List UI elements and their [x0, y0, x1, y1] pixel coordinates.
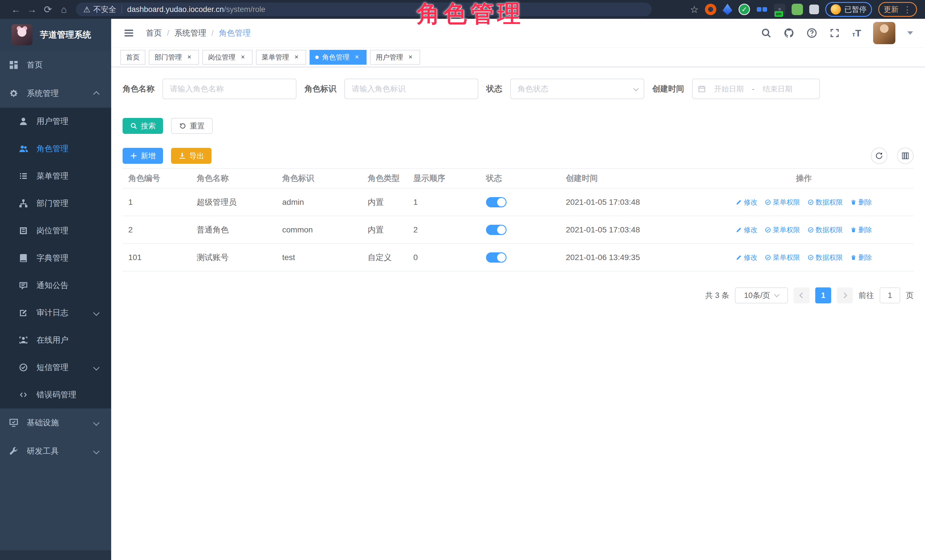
- sidebar-menu: 首页 系统管理 用户管理 角色管理 菜单管理: [0, 51, 111, 550]
- status-toggle[interactable]: [486, 225, 506, 235]
- extension-icon[interactable]: [723, 4, 732, 15]
- edit-action[interactable]: 修改: [736, 225, 758, 234]
- sidebar-item-infrastructure[interactable]: 基础设施: [0, 408, 111, 437]
- fullscreen-icon[interactable]: [829, 28, 840, 39]
- caret-down-icon[interactable]: [907, 32, 913, 35]
- close-icon[interactable]: [292, 53, 300, 61]
- add-button[interactable]: 新增: [123, 148, 163, 164]
- hamburger-icon[interactable]: [123, 27, 134, 39]
- sidebar-item-label: 菜单管理: [36, 171, 68, 182]
- tag-tab-departments[interactable]: 部门管理: [149, 50, 199, 65]
- tag-tab-posts[interactable]: 岗位管理: [202, 50, 253, 65]
- sidebar-item-dev-tools[interactable]: 研发工具: [0, 437, 111, 465]
- menu-permission-action[interactable]: 菜单权限: [765, 198, 800, 207]
- data-permission-action[interactable]: 数据权限: [807, 253, 843, 262]
- github-icon[interactable]: [783, 28, 794, 39]
- data-permission-action[interactable]: 数据权限: [807, 225, 843, 234]
- tag-tab-home[interactable]: 首页: [120, 50, 145, 65]
- delete-action[interactable]: 删除: [850, 225, 872, 234]
- sidebar-item-menus[interactable]: 菜单管理: [0, 162, 111, 190]
- edit-action[interactable]: 修改: [736, 253, 758, 262]
- search-button[interactable]: 搜索: [123, 118, 163, 134]
- browser-update-button[interactable]: 更新 ⋮: [878, 2, 917, 17]
- tag-tab-roles-active[interactable]: 角色管理: [310, 50, 366, 65]
- menu-permission-action[interactable]: 菜单权限: [765, 225, 800, 234]
- sidebar-item-error-codes[interactable]: 错误码管理: [0, 381, 111, 408]
- font-size-icon[interactable]: [852, 28, 861, 39]
- status-toggle[interactable]: [486, 252, 506, 263]
- user-avatar[interactable]: [873, 22, 895, 44]
- close-icon[interactable]: [407, 53, 414, 61]
- tag-tab-menus[interactable]: 菜单管理: [256, 50, 306, 65]
- refresh-button[interactable]: [871, 147, 887, 164]
- prev-page-button[interactable]: [794, 287, 809, 303]
- search-button-row: 搜索 重置: [123, 118, 914, 134]
- status-select[interactable]: [510, 79, 644, 99]
- active-dot: [315, 56, 319, 59]
- start-date-input[interactable]: [708, 85, 750, 93]
- bookmark-star-icon[interactable]: ☆: [690, 4, 699, 15]
- breadcrumb: 首页 / 系统管理 / 角色管理: [146, 28, 251, 39]
- sidebar-item-sms[interactable]: 短信管理: [0, 354, 111, 381]
- browser-home-icon[interactable]: ⌂: [56, 4, 72, 15]
- role-name-input[interactable]: [163, 79, 297, 99]
- column-settings-button[interactable]: [897, 147, 914, 164]
- edit-action[interactable]: 修改: [736, 198, 758, 207]
- sidebar-item-departments[interactable]: 部门管理: [0, 190, 111, 217]
- role-name: 测试账号: [191, 252, 277, 263]
- sidebar-item-dict[interactable]: 字典管理: [0, 245, 111, 272]
- sidebar-item-system[interactable]: 系统管理: [0, 79, 111, 108]
- app-logo-block[interactable]: 芋道管理系统: [0, 19, 111, 51]
- monitor-icon: [9, 418, 18, 427]
- next-page-button[interactable]: [837, 287, 853, 303]
- role-sort: 1: [408, 198, 480, 207]
- role-key-input[interactable]: [344, 79, 478, 99]
- address-bar[interactable]: ⚠ 不安全 dashboard.yudao.iocoder.cn /system…: [76, 3, 652, 16]
- browser-menu-icon[interactable]: ⋮: [903, 5, 911, 15]
- breadcrumb-system[interactable]: 系统管理: [175, 28, 206, 39]
- range-separator: -: [752, 85, 755, 93]
- data-permission-action[interactable]: 数据权限: [807, 198, 843, 207]
- app-title: 芋道管理系统: [40, 29, 91, 41]
- extension-icon[interactable]: ✓: [738, 4, 750, 15]
- reset-button[interactable]: 重置: [171, 118, 212, 134]
- sidebar-item-home[interactable]: 首页: [0, 51, 111, 79]
- extension-icon[interactable]: [792, 4, 803, 15]
- close-icon[interactable]: [353, 53, 361, 61]
- delete-action[interactable]: 删除: [850, 253, 872, 262]
- url-path: /system/role: [224, 5, 265, 14]
- export-button[interactable]: 导出: [171, 148, 211, 164]
- tab-label: 首页: [126, 53, 140, 62]
- sidebar-item-roles[interactable]: 角色管理: [0, 135, 111, 162]
- sidebar-item-posts[interactable]: 岗位管理: [0, 217, 111, 245]
- circle-check-icon: [19, 363, 28, 372]
- extension-icon[interactable]: ≡on: [774, 4, 785, 15]
- browser-reload-icon[interactable]: ⟳: [40, 4, 56, 15]
- status-toggle[interactable]: [486, 197, 506, 207]
- profile-paused-chip[interactable]: 已暂停: [825, 2, 872, 17]
- extension-icon[interactable]: [756, 4, 768, 15]
- browser-forward-icon[interactable]: →: [24, 4, 40, 15]
- tag-tab-users[interactable]: 用户管理: [370, 50, 420, 65]
- total-count: 共 3 条: [705, 290, 729, 300]
- help-icon[interactable]: [806, 28, 817, 39]
- extension-icon[interactable]: [705, 4, 716, 15]
- sidebar-item-audit-log[interactable]: 审计日志: [0, 299, 111, 326]
- page-size-select[interactable]: 10条/页: [735, 287, 788, 303]
- breadcrumb-home[interactable]: 首页: [146, 28, 162, 39]
- menu-permission-action[interactable]: 菜单权限: [765, 253, 800, 262]
- end-date-input[interactable]: [756, 85, 799, 93]
- close-icon[interactable]: [185, 53, 193, 61]
- search-icon[interactable]: [761, 28, 771, 39]
- page-number-current[interactable]: 1: [815, 287, 831, 303]
- sidebar-item-users[interactable]: 用户管理: [0, 108, 111, 135]
- goto-page-input[interactable]: [880, 287, 900, 303]
- close-icon[interactable]: [239, 53, 247, 61]
- date-range-picker[interactable]: -: [692, 79, 820, 99]
- created-time: 2021-01-05 17:03:48: [560, 225, 694, 234]
- delete-action[interactable]: 删除: [850, 198, 872, 207]
- sidebar-item-notices[interactable]: 通知公告: [0, 272, 111, 299]
- extensions-puzzle-icon[interactable]: [809, 5, 819, 14]
- browser-back-icon[interactable]: ←: [8, 4, 24, 15]
- sidebar-item-online-users[interactable]: 在线用户: [0, 326, 111, 354]
